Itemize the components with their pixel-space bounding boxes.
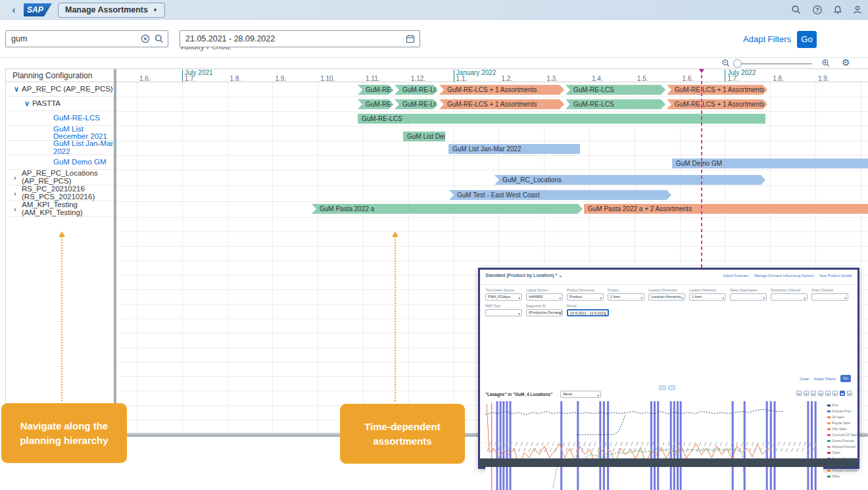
tree-item-label[interactable]: GuM-RE-LCS bbox=[53, 114, 100, 122]
legend-item[interactable]: Price bbox=[827, 403, 859, 408]
gantt-bar[interactable]: GuM Pasta 2022 a bbox=[312, 204, 583, 214]
inset-filter-value[interactable]: PW4_FCdays▾ bbox=[485, 293, 522, 301]
inset-filter-value[interactable]: 1 Item▾ bbox=[608, 293, 644, 301]
gantt-bar[interactable]: GuM-RE-LC... bbox=[395, 85, 438, 95]
gantt-bar[interactable]: GuM-RE-LCS bbox=[358, 85, 393, 95]
chevron-right-icon[interactable]: › bbox=[14, 189, 22, 197]
inset-toolbar-icon-3[interactable] bbox=[818, 391, 823, 396]
gantt-bar[interactable]: GuM_RC_Locations bbox=[494, 175, 765, 185]
zoom-in-icon[interactable] bbox=[821, 59, 831, 68]
inset-header-link[interactable]: New Product Details bbox=[819, 274, 852, 278]
calendar-icon[interactable] bbox=[405, 34, 416, 44]
inset-toolbar-icon-6[interactable] bbox=[840, 391, 845, 396]
inset-toolbar-icon-5[interactable] bbox=[832, 391, 838, 396]
legend-item[interactable]: Offer Sales bbox=[827, 426, 859, 432]
profile-icon[interactable] bbox=[852, 5, 863, 16]
inset-go-button[interactable]: Go bbox=[840, 375, 851, 382]
tree-item-gum-demo-gm[interactable]: GuM Demo GM bbox=[6, 155, 114, 170]
gantt-bar[interactable]: GuM-RE-LCS bbox=[566, 99, 665, 109]
legend-item[interactable]: Adjusted Forecast bbox=[827, 444, 859, 450]
tree-item-am-kpi-testing[interactable]: ›AM_KPI_Testing(AM_KPI_Testing) bbox=[6, 201, 114, 217]
zoom-slider-track[interactable] bbox=[738, 63, 812, 64]
gantt-bar[interactable]: GuM List Dece... bbox=[403, 132, 445, 141]
notifications-icon[interactable] bbox=[832, 5, 844, 16]
legend-item[interactable]: Outlier bbox=[827, 450, 859, 456]
legend-item[interactable]: Forecast Correction bbox=[827, 468, 859, 474]
tree-item-gum-re-lcs[interactable]: GuM-RE-LCS bbox=[6, 111, 114, 126]
search-field[interactable] bbox=[5, 30, 168, 47]
search-go-icon[interactable] bbox=[154, 34, 164, 44]
inset-toolbar-icon-1[interactable] bbox=[804, 391, 809, 396]
inset-filter-value[interactable]: ▾ bbox=[811, 293, 848, 301]
chevron-down-icon[interactable]: ∨ bbox=[24, 99, 32, 108]
inset-filter-value[interactable]: ▾ bbox=[485, 309, 522, 316]
collapse-header-button[interactable] bbox=[659, 385, 666, 390]
chevron-down-icon: ▾ bbox=[518, 311, 520, 316]
inset-header-link[interactable]: Manage Demand Influencing Factors bbox=[754, 274, 813, 278]
tree-item-pastta[interactable]: ∨PASTTA bbox=[6, 97, 114, 111]
inset-toolbar-icon-2[interactable] bbox=[811, 391, 816, 396]
gantt-bar[interactable]: GuM-RE-LCS bbox=[358, 99, 393, 109]
validity-period-field[interactable]: 21.05.2021 - 28.09.2022 bbox=[180, 30, 420, 47]
inset-filter-value[interactable]: (Productive Demand)▾ bbox=[526, 309, 563, 316]
gantt-bar[interactable]: GuM-RE-LCS bbox=[358, 114, 765, 124]
tree-item-label[interactable]: GuM List December 2021 bbox=[53, 126, 114, 141]
inset-granularity-select[interactable]: Week▾ bbox=[560, 391, 601, 398]
legend-item[interactable]: System Forecast bbox=[827, 438, 859, 444]
tree-item-label[interactable]: GuM Demo GM bbox=[53, 159, 107, 166]
inset-filter-value[interactable]: Product▾ bbox=[567, 293, 604, 301]
inset-filter-value[interactable]: 1 Item▾ bbox=[689, 293, 726, 301]
inset-view-title[interactable]: Standard (Product by Location) * ⌄ bbox=[485, 273, 562, 278]
tree-item-gum-list-december-2021[interactable]: GuM List December 2021 bbox=[6, 126, 114, 141]
back-button[interactable]: ‹ bbox=[8, 4, 20, 16]
gantt-bar[interactable]: GuM Test - East West Coast bbox=[449, 190, 671, 200]
tree-item-gum-list-jan-mar-2022[interactable]: GuM List Jan-Mar 2022 bbox=[6, 141, 114, 155]
tree-item-label[interactable]: GuM List Jan-Mar 2022 bbox=[53, 140, 114, 155]
legend-item[interactable]: Forecast Price bbox=[827, 408, 859, 414]
inset-toolbar-icon-4[interactable] bbox=[825, 391, 831, 396]
inset-filter-value[interactable]: Location Hierarchy▾ bbox=[648, 293, 685, 301]
clear-search-icon[interactable] bbox=[140, 34, 151, 44]
legend-item[interactable]: Corrected GK Sales bbox=[827, 432, 859, 438]
tree-item-rs-pc-20210216[interactable]: ›RS_PC_20210216(RS_PCS_20210216) bbox=[6, 185, 114, 201]
zoom-slider-thumb[interactable] bbox=[733, 59, 742, 68]
search-icon[interactable] bbox=[791, 5, 802, 16]
pin-header-button[interactable] bbox=[668, 385, 675, 390]
legend-item[interactable]: Regular Sales bbox=[827, 420, 859, 426]
chevron-down-icon[interactable]: ∨ bbox=[14, 85, 22, 93]
gantt-bar[interactable]: GuM-RE-LCS + 1 Assortments bbox=[667, 85, 767, 95]
inset-filter-value[interactable]: 24.8.2022 - 22.9.2023▾ bbox=[567, 309, 609, 316]
inset-filter-value[interactable]: ▾ bbox=[730, 293, 767, 301]
timeline-tick-label: 1.12. bbox=[411, 75, 425, 82]
inset-adapt-filters-link[interactable]: Adapt Filters bbox=[813, 377, 836, 381]
settings-gear-icon[interactable]: ⚙ bbox=[842, 57, 850, 68]
go-button[interactable]: Go bbox=[797, 31, 817, 48]
inset-filter-value[interactable]: ▾ bbox=[771, 293, 808, 301]
tree-item-label: AP_RE_PC_Locations(AP_RE_PCS) bbox=[22, 170, 98, 185]
legend-item[interactable]: GK Sales bbox=[827, 414, 859, 420]
inset-toolbar-icon-0[interactable] bbox=[796, 391, 802, 396]
inset-clear-link[interactable]: Clear bbox=[800, 377, 809, 381]
zoom-out-icon[interactable] bbox=[721, 59, 731, 68]
search-input[interactable] bbox=[11, 31, 136, 47]
inset-header-link[interactable]: Adjust Forecast bbox=[723, 274, 748, 278]
filter-bar: Validity Period: 21.05.2021 - 28.09.2022… bbox=[0, 20, 868, 58]
gantt-bar[interactable]: GuM Pasta 2022 a + 2 Assortments bbox=[584, 204, 868, 214]
chevron-right-icon[interactable]: › bbox=[14, 174, 22, 182]
inset-filter-value[interactable]: A4H/800▾ bbox=[526, 293, 563, 301]
tree-item-ap-re-pc-ap-re-pcs-[interactable]: ∨AP_RE_PC (AP_RE_PCS) bbox=[6, 82, 114, 97]
inset-toolbar-icon-7[interactable] bbox=[847, 391, 852, 396]
adapt-filters-link[interactable]: Adapt Filters bbox=[743, 34, 791, 44]
gantt-bar[interactable]: GuM-RE-LCS + 1 Assortments bbox=[439, 99, 564, 109]
app-title-button[interactable]: Manage Assortments▼ bbox=[58, 3, 165, 18]
help-icon[interactable]: ? bbox=[812, 5, 823, 16]
tree-item-ap-re-pc-locations[interactable]: ›AP_RE_PC_Locations(AP_RE_PCS) bbox=[6, 170, 114, 185]
gantt-bar[interactable]: GuM List Jan-Mar 2022 bbox=[448, 144, 580, 154]
gantt-bar[interactable]: GuM-RE-LC... bbox=[395, 99, 438, 109]
gantt-bar[interactable]: GuM-RE-LCS + 1 Assortments bbox=[667, 99, 767, 109]
chevron-right-icon[interactable]: › bbox=[14, 205, 22, 213]
gantt-bar[interactable]: GuM-RE-LCS bbox=[566, 85, 665, 95]
legend-item[interactable]: Offers bbox=[827, 474, 859, 479]
gantt-bar[interactable]: GuM-RE-LCS + 1 Assortments bbox=[439, 85, 564, 95]
grid-vline bbox=[182, 82, 183, 433]
